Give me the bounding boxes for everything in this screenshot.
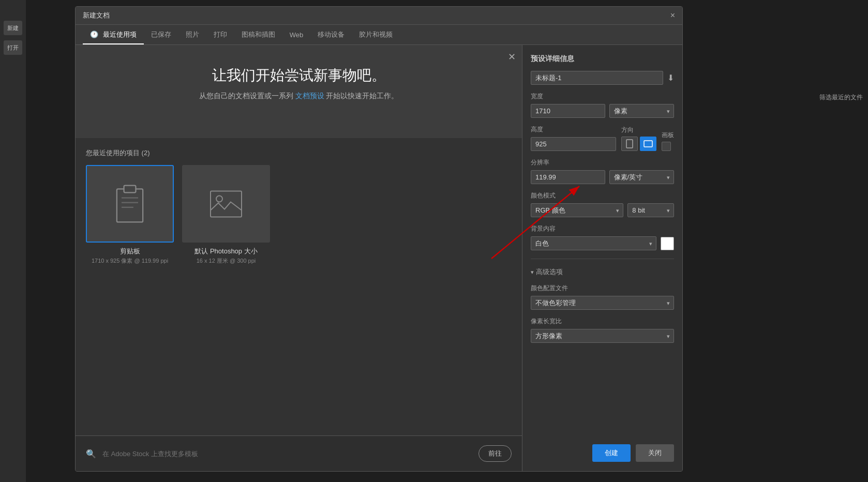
background-field-row: 白色 黑色 透明	[531, 236, 674, 250]
panel-title: 预设详细信息	[531, 54, 674, 64]
panel-name-row: ⬇	[531, 71, 674, 85]
hero-close-button[interactable]: ✕	[508, 51, 516, 63]
color-depth-wrapper: 8 bit 16 bit 32 bit	[627, 203, 674, 217]
color-mode-field-row: RGB 颜色 CMYK 颜色 灰度 8 bit 16 bit 32 bit	[531, 203, 674, 217]
default-thumbnail	[182, 165, 270, 243]
width-label: 宽度	[531, 92, 674, 101]
clipboard-meta: 1710 x 925 像素 @ 119.99 ppi	[86, 257, 174, 265]
svg-rect-2	[122, 197, 138, 198]
width-unit-select[interactable]: 像素 英寸 厘米	[609, 104, 675, 118]
tab-saved[interactable]: 已保存	[144, 25, 178, 44]
dialog-tabs: 🕐 最近使用项 已保存 照片 打印 图稿和插图 Web 移动设备 胶片和视频	[76, 25, 682, 45]
svg-rect-5	[211, 191, 242, 217]
resolution-input[interactable]	[531, 170, 605, 184]
color-profile-field-group: 颜色配置文件 不做色彩管理 sRGB Adobe RGB	[531, 284, 674, 310]
pixel-ratio-select[interactable]: 方形像素 非方形像素	[531, 329, 674, 343]
resolution-field-group: 分辨率 像素/英寸 像素/厘米	[531, 158, 674, 184]
color-mode-wrapper: RGB 颜色 CMYK 颜色 灰度	[531, 203, 623, 217]
svg-rect-1	[124, 186, 136, 193]
tab-web[interactable]: Web	[282, 26, 311, 44]
color-mode-field-group: 颜色模式 RGB 颜色 CMYK 颜色 灰度 8 bit 16 bit	[531, 191, 674, 217]
resolution-label: 分辨率	[531, 158, 674, 167]
content-area: ✕ 让我们开始尝试新事物吧。 从您自己的文档设置或一系列 文档预设 开始以快速开…	[76, 45, 522, 471]
width-field-row: 像素 英寸 厘米	[531, 104, 674, 118]
right-panel: 预设详细信息 ⬇ 宽度 像素 英寸 厘米	[522, 45, 682, 471]
color-mode-select[interactable]: RGB 颜色 CMYK 颜色 灰度	[531, 203, 623, 217]
color-profile-label: 颜色配置文件	[531, 284, 674, 293]
svg-rect-4	[122, 207, 133, 208]
create-button[interactable]: 创建	[592, 444, 631, 462]
svg-rect-7	[626, 140, 633, 148]
tab-print[interactable]: 打印	[206, 25, 234, 44]
resolution-unit-select[interactable]: 像素/英寸 像素/厘米	[609, 170, 675, 184]
dialog-body: ✕ 让我们开始尝试新事物吧。 从您自己的文档设置或一系列 文档预设 开始以快速开…	[76, 45, 682, 471]
hero-link[interactable]: 文档预设	[295, 92, 324, 100]
close-document-button[interactable]: 关闭	[636, 444, 674, 462]
pixel-ratio-wrapper: 方形像素 非方形像素	[531, 329, 674, 343]
artboard-checkbox[interactable]	[662, 142, 671, 151]
height-label: 高度	[531, 125, 616, 134]
panel-save-preset-button[interactable]: ⬇	[667, 73, 674, 83]
search-icon: 🔍	[86, 449, 96, 459]
width-field-group: 宽度 像素 英寸 厘米	[531, 92, 674, 118]
orientation-buttons	[621, 137, 656, 151]
hero-banner: ✕ 让我们开始尝试新事物吧。 从您自己的文档设置或一系列 文档预设 开始以快速开…	[76, 45, 522, 138]
recent-item-default[interactable]: 默认 Photoshop 大小 16 x 12 厘米 @ 300 ppi	[182, 165, 270, 265]
resolution-unit-wrapper: 像素/英寸 像素/厘米	[609, 170, 675, 184]
artboard-group: 画板	[662, 131, 674, 151]
svg-rect-3	[122, 202, 138, 203]
search-bar: 🔍 前往	[76, 435, 522, 471]
background-label: 背景内容	[531, 224, 674, 233]
divider	[531, 259, 674, 259]
right-helper-text: 筛选最近的文件	[819, 93, 863, 102]
dialog-titlebar: 新建文档 ×	[76, 7, 682, 25]
height-input[interactable]	[531, 137, 616, 151]
background-select-wrapper: 白色 黑色 透明	[531, 236, 656, 250]
background-field-group: 背景内容 白色 黑色 透明	[531, 224, 674, 250]
resolution-field-row: 像素/英寸 像素/厘米	[531, 170, 674, 184]
color-profile-select[interactable]: 不做色彩管理 sRGB Adobe RGB	[531, 296, 674, 310]
tab-mobile[interactable]: 移动设备	[310, 25, 352, 44]
hero-title: 让我们开始尝试新事物吧。	[86, 66, 512, 85]
default-meta: 16 x 12 厘米 @ 300 ppi	[182, 257, 270, 265]
svg-rect-8	[644, 141, 652, 147]
width-unit-wrapper: 像素 英寸 厘米	[609, 104, 675, 118]
sidebar: 新建 打开	[0, 0, 26, 482]
color-mode-label: 颜色模式	[531, 191, 674, 200]
tab-recent[interactable]: 🕐 最近使用项	[83, 25, 144, 44]
recent-section: 您最近使用的项目 (2) 剪贴板	[76, 138, 522, 435]
sidebar-new-btn[interactable]: 新建	[4, 21, 22, 35]
portrait-button[interactable]	[621, 137, 638, 151]
color-depth-select[interactable]: 8 bit 16 bit 32 bit	[627, 203, 674, 217]
tab-photo[interactable]: 照片	[178, 25, 206, 44]
clipboard-thumbnail	[86, 165, 174, 243]
search-input[interactable]	[102, 450, 472, 458]
tab-film-video[interactable]: 胶片和视频	[352, 25, 400, 44]
background-select[interactable]: 白色 黑色 透明	[531, 236, 656, 250]
clock-icon: 🕐	[90, 31, 98, 38]
width-input[interactable]	[531, 104, 605, 118]
recent-grid: 剪贴板 1710 x 925 像素 @ 119.99 ppi 默认 P	[86, 165, 512, 265]
sidebar-open-btn[interactable]: 打开	[4, 40, 22, 55]
pixel-ratio-field-group: 像素长宽比 方形像素 非方形像素	[531, 317, 674, 343]
search-goto-button[interactable]: 前往	[478, 445, 512, 462]
recent-section-title: 您最近使用的项目 (2)	[86, 148, 512, 158]
orientation-label: 方向	[621, 126, 656, 134]
svg-rect-0	[117, 189, 143, 222]
tab-art-illustration[interactable]: 图稿和插图	[234, 25, 282, 44]
default-name: 默认 Photoshop 大小	[182, 247, 270, 256]
advanced-options-toggle[interactable]: ▾ 高级选项	[531, 267, 674, 277]
advanced-options-label: 高级选项	[536, 267, 563, 277]
document-name-input[interactable]	[531, 71, 663, 85]
color-profile-wrapper: 不做色彩管理 sRGB Adobe RGB	[531, 296, 674, 310]
orientation-group: 方向	[621, 126, 656, 151]
dialog-close-button[interactable]: ×	[670, 11, 675, 20]
landscape-button[interactable]	[640, 137, 656, 151]
background-color-swatch[interactable]	[661, 237, 674, 250]
svg-point-6	[216, 195, 222, 202]
dialog-title: 新建文档	[83, 11, 110, 20]
height-orient-row: 高度 方向	[531, 125, 674, 151]
recent-item-clipboard[interactable]: 剪贴板 1710 x 925 像素 @ 119.99 ppi	[86, 165, 174, 265]
height-field-group: 高度	[531, 125, 616, 151]
collapse-arrow-icon: ▾	[531, 269, 534, 276]
